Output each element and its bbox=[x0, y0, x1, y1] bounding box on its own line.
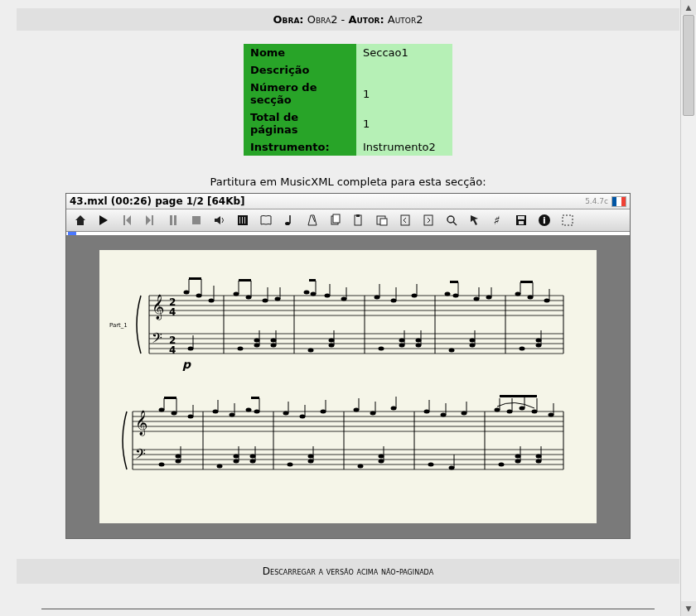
info-table: NomeSeccao1 Descrição Número de secção1 … bbox=[244, 44, 452, 156]
svg-point-166 bbox=[424, 410, 430, 414]
svg-point-150 bbox=[246, 408, 252, 412]
svg-rect-3 bbox=[242, 217, 243, 224]
svg-line-16 bbox=[453, 222, 457, 225]
save-icon[interactable] bbox=[512, 212, 530, 229]
svg-point-184 bbox=[176, 455, 181, 459]
table-row: Descrição bbox=[244, 61, 452, 79]
vertical-scrollbar[interactable]: ▲ ▼ bbox=[680, 0, 696, 616]
paste-icon[interactable] bbox=[350, 212, 368, 229]
svg-point-83 bbox=[486, 296, 492, 300]
pause-icon[interactable] bbox=[164, 212, 182, 229]
caption: Partitura em MusicXML completa para esta… bbox=[17, 176, 679, 188]
info-key: Número de secção bbox=[244, 79, 356, 108]
svg-point-96 bbox=[254, 344, 260, 348]
viewer-toolbar: ♯ i bbox=[66, 209, 630, 232]
svg-point-118 bbox=[536, 344, 542, 348]
mixer-icon[interactable] bbox=[234, 212, 252, 229]
score-sheet[interactable]: Part_1 bbox=[99, 250, 597, 523]
svg-point-113 bbox=[470, 339, 476, 343]
copy-icon[interactable] bbox=[326, 212, 345, 229]
svg-point-160 bbox=[354, 408, 360, 412]
info-icon[interactable]: i bbox=[535, 212, 553, 229]
table-row: NomeSeccao1 bbox=[244, 44, 452, 61]
svg-point-117 bbox=[536, 339, 542, 343]
svg-point-69 bbox=[341, 297, 347, 301]
note-icon[interactable] bbox=[280, 212, 298, 229]
svg-point-200 bbox=[379, 460, 384, 464]
svg-point-146 bbox=[213, 410, 219, 414]
svg-point-206 bbox=[515, 455, 521, 459]
svg-rect-8 bbox=[333, 214, 340, 223]
info-key: Instrumento: bbox=[244, 138, 356, 156]
viewer-version: 5.4.7c bbox=[585, 197, 608, 205]
svg-point-107 bbox=[399, 344, 405, 348]
svg-point-81 bbox=[474, 297, 480, 301]
header-bar: Obra: Obra2 - Autor: Autor2 bbox=[17, 8, 679, 31]
info-key: Total de páginas bbox=[244, 108, 356, 138]
svg-point-112 bbox=[449, 349, 455, 353]
svg-point-172 bbox=[495, 408, 500, 412]
viewer-titlebar: 43.mxl (00:26) page 1/2 [64Kb] 5.4.7c bbox=[66, 194, 630, 209]
svg-point-92 bbox=[188, 347, 194, 351]
scroll-thumb[interactable] bbox=[683, 15, 694, 116]
flag-icon[interactable] bbox=[611, 196, 626, 207]
svg-point-59 bbox=[263, 299, 268, 303]
svg-rect-23 bbox=[563, 215, 573, 225]
fullscreen-icon[interactable] bbox=[558, 212, 577, 229]
svg-rect-20 bbox=[519, 221, 524, 224]
svg-point-189 bbox=[234, 460, 239, 464]
svg-point-77 bbox=[445, 292, 451, 296]
dynamic-marking: p bbox=[182, 358, 191, 371]
label-obra: Obra: bbox=[273, 13, 304, 26]
svg-point-110 bbox=[416, 344, 422, 348]
svg-point-63 bbox=[304, 291, 310, 295]
svg-point-154 bbox=[283, 411, 289, 416]
page-next-icon[interactable] bbox=[419, 212, 437, 229]
info-val: Instrumento2 bbox=[356, 138, 452, 156]
zoom-icon[interactable] bbox=[442, 212, 461, 229]
svg-point-188 bbox=[234, 455, 239, 459]
page-prev-icon[interactable] bbox=[396, 212, 414, 229]
table-row: Total de páginas1 bbox=[244, 108, 452, 138]
svg-text:𝄞: 𝄞 bbox=[135, 410, 147, 436]
svg-point-67 bbox=[325, 294, 331, 298]
svg-text:𝄞: 𝄞 bbox=[152, 294, 164, 320]
stop-icon[interactable] bbox=[187, 212, 205, 229]
viewer-title-text: 43.mxl (00:26) page 1/2 [64Kb] bbox=[70, 195, 245, 207]
scroll-track[interactable] bbox=[681, 15, 696, 601]
table-row: Número de secção1 bbox=[244, 79, 452, 108]
svg-point-194 bbox=[288, 463, 293, 467]
svg-point-141 bbox=[172, 411, 177, 416]
volume-icon[interactable] bbox=[210, 212, 229, 229]
download-button[interactable]: Descarregar a versão acima não-paginada bbox=[17, 559, 679, 584]
svg-point-56 bbox=[246, 296, 252, 300]
sharp-icon[interactable]: ♯ bbox=[489, 212, 507, 229]
scroll-down-button[interactable]: ▼ bbox=[681, 601, 696, 616]
play-icon[interactable] bbox=[94, 212, 113, 229]
svg-point-139 bbox=[159, 408, 165, 412]
clip-icon[interactable] bbox=[373, 212, 391, 229]
arrow-icon[interactable] bbox=[466, 212, 484, 229]
info-key: Descrição bbox=[244, 61, 356, 79]
step-back-icon[interactable] bbox=[118, 212, 136, 229]
svg-point-64 bbox=[311, 292, 317, 296]
metronome-icon[interactable] bbox=[303, 212, 321, 229]
svg-point-49 bbox=[196, 294, 202, 298]
svg-point-5 bbox=[285, 222, 290, 225]
svg-point-95 bbox=[254, 339, 260, 343]
svg-point-148 bbox=[230, 413, 235, 417]
svg-point-73 bbox=[391, 299, 397, 303]
home-icon[interactable] bbox=[71, 212, 89, 229]
svg-point-176 bbox=[520, 407, 525, 411]
svg-point-181 bbox=[549, 413, 554, 417]
svg-rect-143 bbox=[164, 397, 176, 399]
svg-point-209 bbox=[536, 455, 542, 459]
scroll-up-button[interactable]: ▲ bbox=[681, 0, 696, 15]
svg-rect-0 bbox=[192, 216, 201, 224]
step-forward-icon[interactable] bbox=[141, 212, 159, 229]
info-key: Nome bbox=[244, 44, 356, 61]
svg-point-185 bbox=[176, 460, 181, 464]
book-icon[interactable] bbox=[257, 212, 275, 229]
svg-rect-153 bbox=[251, 397, 259, 399]
svg-point-61 bbox=[275, 297, 281, 301]
